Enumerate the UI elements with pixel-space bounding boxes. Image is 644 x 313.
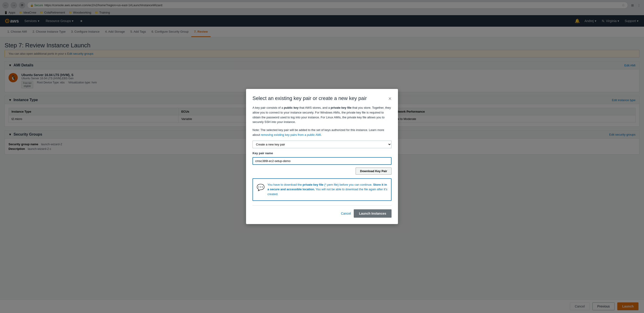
modal-overlay: Select an existing key pair or create a … xyxy=(0,0,644,309)
modal-title: Select an existing key pair or create a … xyxy=(252,95,367,101)
modal-close-button[interactable]: × xyxy=(388,95,392,102)
key-pair-name-input[interactable] xyxy=(252,157,392,165)
key-pair-type-select[interactable]: Create a new key pair xyxy=(252,141,392,148)
info-box-text: You have to download the private key fil… xyxy=(268,182,387,197)
download-btn-row: Download Key Pair xyxy=(252,167,392,175)
modal-cancel-button[interactable]: Cancel xyxy=(341,212,351,215)
download-key-pair-button[interactable]: Download Key Pair xyxy=(356,167,392,175)
modal-launch-instances-button[interactable]: Launch Instances xyxy=(354,209,392,218)
info-box: 💬 You have to download the private key f… xyxy=(252,178,392,201)
modal-body-paragraph-2: Note: The selected key pair will be adde… xyxy=(252,128,392,138)
modal-divider xyxy=(252,205,392,206)
key-pair-modal: Select an existing key pair or create a … xyxy=(246,89,398,224)
key-pair-name-label: Key pair name xyxy=(252,151,392,156)
modal-body: A key pair consists of a public key that… xyxy=(252,106,392,201)
modal-footer: Cancel Launch Instances xyxy=(252,209,392,218)
info-chat-icon: 💬 xyxy=(257,182,265,193)
key-pair-type-select-row: Create a new key pair xyxy=(252,141,392,148)
modal-body-paragraph-1: A key pair consists of a public key that… xyxy=(252,106,392,125)
modal-header: Select an existing key pair or create a … xyxy=(252,95,392,102)
remove-key-pairs-link[interactable]: removing existing key pairs from a publi… xyxy=(261,133,321,137)
